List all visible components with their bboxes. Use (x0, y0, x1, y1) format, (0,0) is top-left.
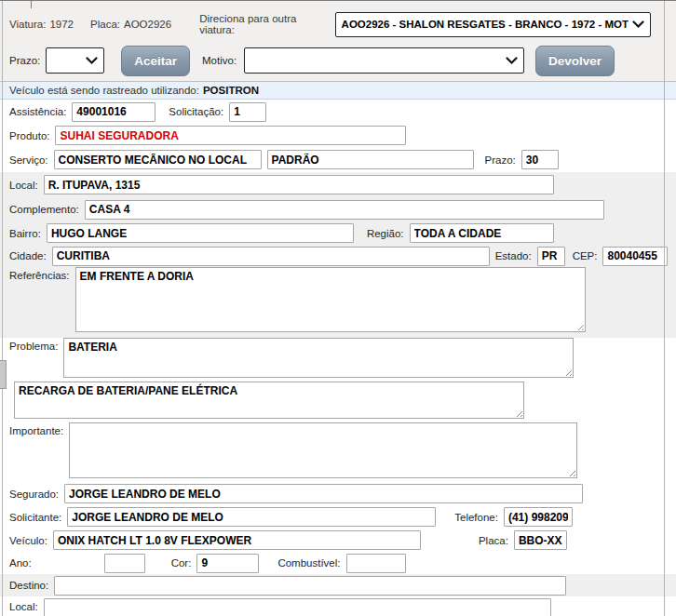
direciona-label: Direciona para outra viatura: (199, 13, 329, 35)
splitter-grip[interactable] (0, 360, 7, 389)
destino-input[interactable] (54, 576, 566, 596)
importante-textarea[interactable] (69, 422, 577, 478)
telefone-input[interactable] (504, 507, 573, 527)
cor-input[interactable] (196, 554, 259, 573)
prazo-select[interactable] (46, 47, 104, 74)
row-cidade: Cidade: Estado: CEP: (0, 245, 676, 267)
row-complemento: Complemento: (0, 197, 676, 221)
row-bairro: Bairro: Região: (0, 221, 676, 245)
local-label: Local: (9, 180, 38, 191)
row-destino: Destino: (0, 574, 676, 596)
header-row-viatura: Viatura: 1972 Placa: AOO2926 Direciona p… (0, 10, 676, 38)
ano-label: Ano: (9, 557, 32, 569)
cidade-label: Cidade: (9, 250, 47, 261)
row-servico: Serviço: Prazo: (0, 147, 676, 172)
chevron-down-icon (506, 57, 518, 65)
servico-input[interactable] (54, 150, 262, 169)
chevron-down-icon (86, 57, 98, 65)
tab-edge-mark (31, 1, 32, 8)
veiculo-label: Veículo: (9, 535, 47, 546)
motivo-select-label: Motivo: (202, 55, 237, 66)
segurado-input[interactable] (64, 484, 583, 503)
section-destination-local: Local: (0, 596, 676, 616)
combustivel-input[interactable] (346, 554, 406, 573)
problema-textarea[interactable]: BATERIA (63, 338, 574, 378)
section-destination: Destino: (0, 574, 676, 596)
combustivel-label: Combustível: (277, 557, 340, 569)
cep-label: CEP: (573, 250, 598, 261)
telefone-label: Telefone: (454, 512, 498, 523)
section-address: Local: Complemento: Bairro: Região: Cida… (0, 172, 676, 338)
cidade-input[interactable] (52, 247, 490, 266)
placa-input[interactable] (514, 530, 567, 550)
cor-label: Cor: (171, 557, 192, 569)
header-row-actions: Prazo: Aceitar Motivo: Devolver (0, 45, 676, 76)
row-referencias: Referências: EM FRENTE A DORIA (0, 267, 676, 338)
right-panel-border (664, 1, 665, 616)
row-local-destino: Local: (0, 596, 676, 616)
estado-input[interactable] (537, 247, 565, 266)
assistencia-input[interactable] (72, 102, 155, 122)
regiao-input[interactable] (410, 223, 554, 243)
bairro-label: Bairro: (9, 228, 41, 239)
tracking-status-bar: Veículo está sendo rastreado utilizando:… (0, 81, 676, 100)
row-problema: Problema: BATERIA (0, 338, 676, 382)
prazo-input[interactable] (521, 150, 559, 169)
solicitacao-input[interactable] (229, 102, 266, 122)
segurado-label: Segurado: (9, 489, 59, 500)
direciona-viatura-selected: AOO2926 - SHALON RESGATES - BRANCO - 197… (342, 19, 629, 30)
section-assistance: Assistência: Solicitação: Produto: Servi… (0, 100, 676, 172)
assistencia-label: Assistência: (9, 106, 66, 117)
viatura-label: Viatura: (9, 19, 46, 30)
referencias-textarea[interactable]: EM FRENTE A DORIA (75, 267, 586, 332)
tracking-text: Veículo está sendo rastreado utilizando: (9, 85, 199, 96)
motivo-select[interactable] (244, 47, 524, 74)
header-panel: Viatura: 1972 Placa: AOO2926 Direciona p… (0, 1, 676, 81)
destino-label: Destino: (9, 580, 48, 591)
bairro-input[interactable] (47, 223, 354, 243)
produto-input[interactable] (55, 126, 406, 145)
cep-input[interactable] (602, 247, 668, 266)
prazo-label: Prazo: (485, 154, 516, 166)
local-destino-label: Local: (9, 601, 38, 612)
problema-detalhe-textarea[interactable]: RECARGA DE BATERIA/PANE ELÉTRICA (14, 382, 524, 419)
complemento-input[interactable] (85, 200, 604, 220)
section-problem: Problema: BATERIA RECARGA DE BATERIA/PAN… (0, 338, 676, 574)
row-importante: Importante: (0, 422, 676, 482)
dispatch-form-window: Viatura: 1972 Placa: AOO2926 Direciona p… (0, 0, 676, 616)
problema-label: Problema: (9, 341, 58, 352)
prazo-select-label: Prazo: (9, 55, 40, 66)
referencias-label: Referências: (9, 270, 70, 281)
row-ano-cor-combustivel: Ano: Cor: Combustível: (0, 552, 676, 574)
veiculo-input[interactable] (53, 530, 421, 550)
direciona-viatura-select[interactable]: AOO2926 - SHALON RESGATES - BRANCO - 197… (335, 12, 651, 37)
placa-label: Placa: (90, 19, 120, 30)
row-segurado: Segurado: (0, 482, 676, 505)
solicitante-input[interactable] (67, 507, 436, 527)
solicitacao-label: Solicitação: (169, 106, 223, 117)
ano-input[interactable] (104, 554, 145, 573)
local-destino-input[interactable] (44, 598, 551, 616)
complemento-label: Complemento: (9, 204, 79, 215)
left-panel-border (2, 1, 3, 616)
importante-label: Importante: (9, 425, 63, 436)
regiao-label: Região: (367, 228, 404, 239)
placa-field-label: Placa: (479, 535, 508, 546)
tracking-provider: POSITRON (203, 85, 259, 96)
produto-label: Produto: (9, 130, 49, 141)
viatura-value: 1972 (49, 19, 74, 30)
aceitar-button[interactable]: Aceitar (121, 46, 190, 76)
devolver-button[interactable]: Devolver (535, 46, 615, 76)
servico-label: Serviço: (9, 154, 48, 166)
servico-tipo-input[interactable] (267, 150, 474, 169)
estado-label: Estado: (495, 250, 532, 261)
row-assistencia: Assistência: Solicitação: (0, 100, 676, 124)
row-problema-detalhe: RECARGA DE BATERIA/PANE ELÉTRICA (0, 382, 676, 422)
row-local: Local: (0, 172, 676, 197)
row-solicitante: Solicitante: Telefone: (0, 505, 676, 529)
chevron-down-icon (632, 20, 644, 29)
row-veiculo: Veículo: Placa: (0, 529, 676, 552)
local-input[interactable] (44, 175, 554, 194)
row-produto: Produto: (0, 124, 676, 147)
solicitante-label: Solicitante: (9, 512, 61, 523)
